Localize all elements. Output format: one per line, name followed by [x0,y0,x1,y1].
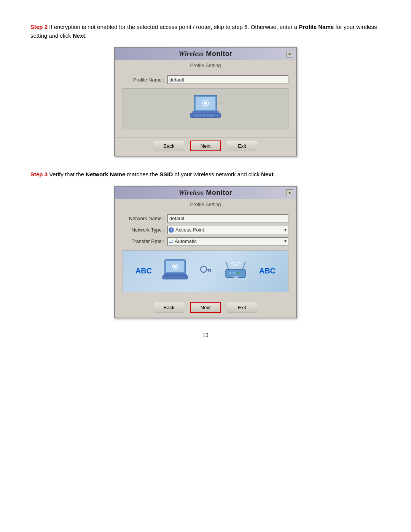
dialog1-exit-btn[interactable]: Exit [227,141,257,151]
step2-text-part3: . [85,32,86,39]
dialog1-footer: Back Next Exit [115,137,296,156]
svg-line-24 [242,262,245,269]
svg-point-18 [201,266,207,272]
dialog1-title-italic: Wireless [178,50,204,58]
svg-rect-6 [203,115,205,116]
key-icon [198,264,212,278]
step2-bold2: Next [73,32,85,39]
svg-rect-2 [192,111,219,113]
dialog2: Wireless Monitor × Profile Setting Netwo… [114,186,297,318]
dialog2-titlebar: Wireless Monitor × [115,187,296,199]
dialog2-transfer-rate-value: Automatic [175,238,197,244]
dialog2-network-type-arrow: ▼ [284,228,287,232]
dialog1-illustration [123,88,288,130]
dialog1-back-btn[interactable]: Back [154,141,184,151]
abc-left-label: ABC [135,267,152,275]
svg-rect-14 [164,273,186,275]
svg-point-27 [237,272,239,274]
svg-rect-21 [208,270,209,272]
step3-bold1: Network Name [86,171,125,177]
access-point-icon: i [169,227,174,233]
dialog2-transfer-rate-select[interactable]: ⇄ Automatic ▼ [167,237,288,246]
dialog2-network-name-row: Network Name : [123,214,288,223]
laptop-network-icon [162,259,188,283]
page-number: 13 [30,332,381,338]
svg-rect-8 [210,115,213,116]
svg-line-23 [226,262,229,269]
svg-point-25 [229,272,231,274]
dialog2-close-btn[interactable]: × [286,189,293,196]
transfer-rate-icon: ⇄ [169,238,173,244]
dialog2-body: Network Name : Network Type : i Access P… [115,209,296,299]
step2-bold1: Profile Name [299,24,334,30]
laptop-icon [188,93,223,126]
dialog1-next-btn[interactable]: Next [190,141,221,151]
svg-rect-3 [190,113,221,118]
svg-point-10 [204,102,207,105]
dialog2-transfer-rate-content: ⇄ Automatic [169,238,197,244]
svg-rect-4 [195,115,198,116]
svg-point-17 [174,265,177,268]
dialog1-subtitle: Profile Setting [118,60,293,70]
dialog1-profile-input[interactable] [167,75,288,84]
svg-rect-19 [206,269,211,270]
dialog2-network-type-value: Access Point [175,227,204,233]
step3-label: Step 3 [30,171,48,177]
dialog1-profile-label: Profile Name : [123,77,164,83]
network-diagram: ABC [123,259,288,283]
dialog2-illustration: ABC [123,250,288,292]
step3-text-part4: . [274,171,275,177]
dialog1-title: Wireless Monitor [178,50,232,58]
dialog1-title-main: Monitor [204,50,233,58]
step3-bold2: SSID [159,171,173,177]
dialog2-network-type-row: Network Type : i Access Point ▼ [123,226,288,234]
dialog2-transfer-rate-arrow: ▼ [284,239,287,243]
dialog2-network-name-input[interactable] [167,214,288,223]
step3-text-part2: matches the [125,171,159,177]
dialog2-transfer-rate-row: Transfer Rate : ⇄ Automatic ▼ [123,237,288,246]
dialog2-title: Wireless Monitor [178,189,232,197]
abc-right-label: ABC [259,267,276,275]
dialog2-title-main: Monitor [204,189,233,197]
dialog2-exit-btn[interactable]: Exit [227,302,257,313]
dialog1: Wireless Monitor × Profile Setting Profi… [114,47,297,157]
step2-label: Step 2 [30,24,48,30]
step2-block: Step 2 If encryption is not enabled for … [30,23,381,157]
svg-text:ABC: ABC [233,276,239,279]
dialog2-wrapper: Wireless Monitor × Profile Setting Netwo… [30,186,381,318]
dialog2-footer: Back Next Exit [115,299,296,318]
dialog2-back-btn[interactable]: Back [154,302,184,313]
dialog2-title-italic: Wireless [178,189,204,197]
dialog1-profile-row: Profile Name : [123,75,288,84]
dialog1-titlebar: Wireless Monitor × [115,48,296,60]
svg-rect-20 [210,270,211,272]
dialog2-next-btn[interactable]: Next [190,302,221,313]
step3-text: Step 3 Verify that the Network Name matc… [30,170,381,179]
step3-block: Step 3 Verify that the Network Name matc… [30,170,381,318]
dialog1-close-btn[interactable]: × [286,51,293,58]
dialog2-network-type-label: Network Type : [123,227,164,233]
step2-text-part1: If encryption is not enabled for the sel… [49,24,299,30]
dialog2-network-type-content: i Access Point [169,227,204,233]
svg-rect-15 [162,275,188,279]
step3-bold4: Next [261,171,274,177]
step3-text-part1: Verify that the [49,171,86,177]
dialog2-transfer-rate-label: Transfer Rate : [123,238,164,244]
svg-rect-7 [207,115,209,116]
dialog1-wrapper: Wireless Monitor × Profile Setting Profi… [30,47,381,157]
step2-text: Step 2 If encryption is not enabled for … [30,23,381,40]
step3-text-part3: of your wireless network and click [173,171,261,177]
dialog2-network-type-select[interactable]: i Access Point ▼ [167,226,288,234]
svg-point-26 [233,272,235,274]
dialog2-network-name-label: Network Name : [123,216,164,221]
dialog2-subtitle: Profile Setting [118,199,293,209]
router-icon: ABC [222,259,249,283]
dialog1-body: Profile Name : [115,70,296,137]
svg-rect-5 [199,115,201,116]
